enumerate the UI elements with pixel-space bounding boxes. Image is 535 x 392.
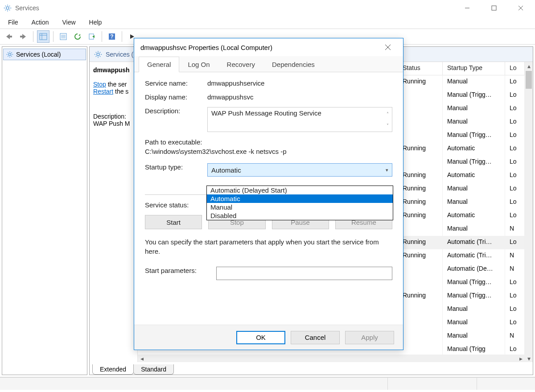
cell-status: Running [398,209,443,223]
startup-option[interactable]: Automatic (Delayed Start) [207,186,393,194]
startup-option[interactable]: Disabled [207,211,393,220]
startup-option[interactable]: Automatic [207,194,393,203]
table-row[interactable]: RunningManualLo [398,75,525,89]
table-row[interactable]: Manual (Trigg…Lo [398,129,525,142]
table-row[interactable]: RunningAutomaticLo [398,169,525,182]
cell-startup: Manual (Trigg… [443,156,505,169]
svg-rect-6 [20,36,23,37]
tab-logon[interactable]: Log On [179,57,218,72]
table-row[interactable]: ManualN [398,223,525,236]
tab-recovery[interactable]: Recovery [218,57,263,72]
tree-root-label: Services (Local) [16,51,61,58]
table-row[interactable]: Manual (Trigg…Lo [398,276,525,289]
close-button[interactable] [507,0,534,16]
startup-type-dropdown[interactable]: Automatic (Delayed Start)AutomaticManual… [206,186,393,220]
horizontal-scrollbar[interactable]: ◂ ▸ [138,355,525,363]
properties-button[interactable] [57,30,70,43]
cell-status [398,223,443,236]
tab-extended[interactable]: Extended [92,364,134,375]
table-row[interactable]: RunningManual (Trigg…Lo [398,289,525,303]
tab-dependencies[interactable]: Dependencies [263,57,323,72]
start-button[interactable]: Start [145,215,202,229]
menu-help[interactable]: Help [83,17,108,28]
description-box[interactable]: WAP Push Message Routing Service ˄˅ [207,107,392,132]
stop-link[interactable]: Stop [93,81,106,88]
table-row[interactable]: ManualN [398,330,525,343]
status-region-1 [0,378,388,390]
table-row[interactable]: RunningAutomaticLo [398,209,525,223]
col-startup[interactable]: Startup Type [443,62,505,75]
help-button[interactable]: ? [106,30,118,43]
table-row[interactable]: Automatic (De…N [398,263,525,276]
cancel-button[interactable]: Cancel [291,331,340,344]
maximize-button[interactable] [481,0,507,16]
menu-action[interactable]: Action [25,17,55,28]
scroll-right-icon[interactable]: ▸ [517,355,525,363]
dialog-close-button[interactable] [379,38,397,56]
minimize-button[interactable] [454,0,481,16]
cell-status [398,89,443,102]
table-row[interactable]: Manual (Trigg…Lo [398,156,525,169]
tree-pane: Services (Local) [2,46,87,375]
svg-rect-2 [492,6,496,10]
tree-root-item[interactable]: Services (Local) [3,49,86,60]
menu-file[interactable]: File [2,17,25,28]
value-service-name: dmwappushservice [207,79,392,87]
forward-button[interactable] [17,30,29,43]
cell-status [398,129,443,142]
table-row[interactable]: ManualLo [398,303,525,316]
startup-option[interactable]: Manual [207,203,393,211]
col-status[interactable]: Status [398,62,443,75]
cell-status [398,303,443,316]
tab-standard[interactable]: Standard [133,364,174,375]
detail-pane: dmwappush Stop the ser Restart the s Des… [90,62,138,363]
tab-general[interactable]: General [139,57,179,72]
chevron-down-icon: ˅ [383,120,391,131]
back-button[interactable] [3,30,15,43]
vertical-scrollbar[interactable]: ▴ ▾ [525,62,533,363]
refresh-button[interactable] [71,30,84,43]
value-description: WAP Push Message Routing Service [211,109,321,117]
dialog-title: dmwappushsvc Properties (Local Computer) [140,44,272,51]
cell-status [398,276,443,289]
value-path: C:\windows\system32\svchost.exe -k netsv… [145,148,392,155]
table-row[interactable]: RunningAutomatic (Tri…N [398,249,525,263]
cell-logon: Lo [505,303,525,316]
table-row[interactable]: ManualLo [398,102,525,116]
cell-startup: Automatic [443,169,505,182]
cell-startup: Manual (Trigg… [443,129,505,142]
menu-view[interactable]: View [56,17,82,28]
scroll-left-icon[interactable]: ◂ [138,355,146,363]
table-row[interactable]: ManualLo [398,116,525,129]
detail-actions: Stop the ser Restart the s [93,81,134,95]
export-button[interactable] [86,30,98,43]
table-row[interactable]: Manual (Trigg…Lo [398,89,525,102]
restart-link[interactable]: Restart [93,88,113,95]
properties-dialog: dmwappushsvc Properties (Local Computer)… [134,38,403,350]
table-row[interactable]: RunningManualLo [398,182,525,196]
cell-startup: Manual [443,223,505,236]
cell-logon: Lo [505,75,525,89]
col-logon[interactable]: Lo [505,62,525,75]
startup-type-combo[interactable]: Automatic ▾ [207,163,392,177]
scroll-down-icon[interactable]: ▾ [525,355,533,363]
apply-button: Apply [345,331,394,344]
cell-startup: Manual [443,330,505,343]
status-region-2 [388,378,477,390]
cell-logon: Lo [505,116,525,129]
table-row[interactable]: RunningManualLo [398,196,525,209]
label-description: Description: [145,107,207,132]
table-row[interactable]: RunningAutomaticLo [398,142,525,156]
dialog-body: Service name: dmwappushservice Display n… [134,72,403,325]
show-tree-button[interactable] [37,30,49,43]
cell-logon: Lo [505,89,525,102]
table-row[interactable]: RunningAutomatic (Tri…Lo [398,236,525,249]
start-parameters-input[interactable] [216,267,392,280]
scroll-up-icon[interactable]: ▴ [525,62,533,70]
cell-status: Running [398,236,443,249]
svg-point-18 [97,53,99,56]
ok-button[interactable]: OK [236,331,285,344]
cell-logon: Lo [505,169,525,182]
table-row[interactable]: ManualLo [398,316,525,330]
description-scroll[interactable]: ˄˅ [383,108,391,131]
